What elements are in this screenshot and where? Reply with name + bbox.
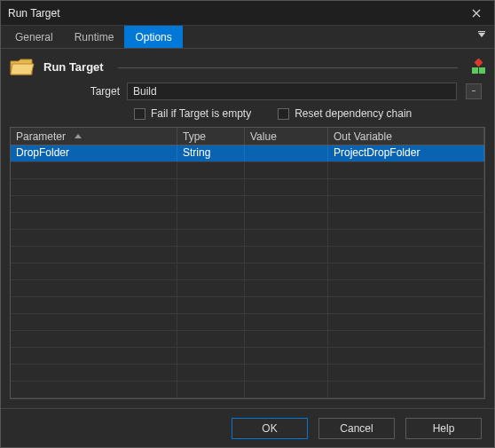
section-title: Run Target [43,60,104,74]
target-value: Build [133,85,451,98]
cancel-button[interactable]: Cancel [318,418,395,439]
run-target-icon [10,56,35,77]
col-header-out-variable[interactable]: Out Variable [328,128,484,145]
fail-if-empty-checkbox[interactable]: Fail if Target is empty [134,107,251,120]
tabstrip: General Runtime Options [1,26,494,49]
target-dropdown-button[interactable] [466,83,482,99]
parameter-grid: Parameter Type Value Out Variable DropFo… [10,127,485,399]
cell-parameter: DropFolder [11,145,177,161]
table-row-empty[interactable] [11,247,484,263]
window-title: Run Target [6,7,464,20]
table-row-empty[interactable] [11,348,484,365]
reset-chain-checkbox[interactable]: Reset dependency chain [278,107,412,120]
ok-button[interactable]: OK [232,418,308,439]
checkbox-icon [278,108,289,120]
cell-out_variable: ProjectDropFolder [328,145,484,161]
target-input[interactable]: Build [127,83,457,100]
table-row-empty[interactable] [11,213,484,230]
col-header-value[interactable]: Value [245,128,328,145]
dialog-footer: OK Cancel Help [1,408,494,447]
table-row-empty[interactable] [11,162,484,179]
section-header: Run Target [1,49,494,81]
table-row-empty[interactable] [11,263,484,280]
reset-chain-label: Reset dependency chain [295,107,412,120]
table-row-empty[interactable] [11,297,484,314]
cell-value [245,145,328,161]
close-icon[interactable] [464,4,489,23]
status-indicator-icon [472,59,485,74]
table-row-empty[interactable] [11,314,484,331]
svg-rect-0 [478,31,485,32]
table-row[interactable]: DropFolderStringProjectDropFolder [11,145,484,162]
target-label: Target [13,85,120,98]
dialog-window: Run Target General Runtime Options Run T… [0,0,495,448]
table-row-empty[interactable] [11,196,484,213]
table-row-empty[interactable] [11,280,484,297]
col-header-type[interactable]: Type [177,128,245,145]
table-row-empty[interactable] [11,230,484,247]
svg-rect-1 [472,90,475,91]
fail-if-empty-label: Fail if Target is empty [151,107,251,120]
tab-runtime[interactable]: Runtime [64,26,125,48]
titlebar: Run Target [1,1,494,26]
table-row-empty[interactable] [11,179,484,196]
help-button[interactable]: Help [405,418,482,439]
grid-body[interactable]: DropFolderStringProjectDropFolder [11,145,484,398]
options-row: Fail if Target is empty Reset dependency… [1,106,494,127]
col-header-parameter[interactable]: Parameter [11,128,177,145]
tab-general[interactable]: General [4,26,64,48]
table-row-empty[interactable] [11,365,484,381]
cell-type: String [177,145,245,161]
divider [118,67,458,68]
table-row-empty[interactable] [11,331,484,348]
grid-header: Parameter Type Value Out Variable [11,128,484,145]
target-row: Target Build [1,81,494,106]
table-row-empty[interactable] [11,381,484,398]
menu-chevron-icon[interactable] [476,29,487,43]
tab-options[interactable]: Options [124,26,182,48]
checkbox-icon [134,108,145,120]
